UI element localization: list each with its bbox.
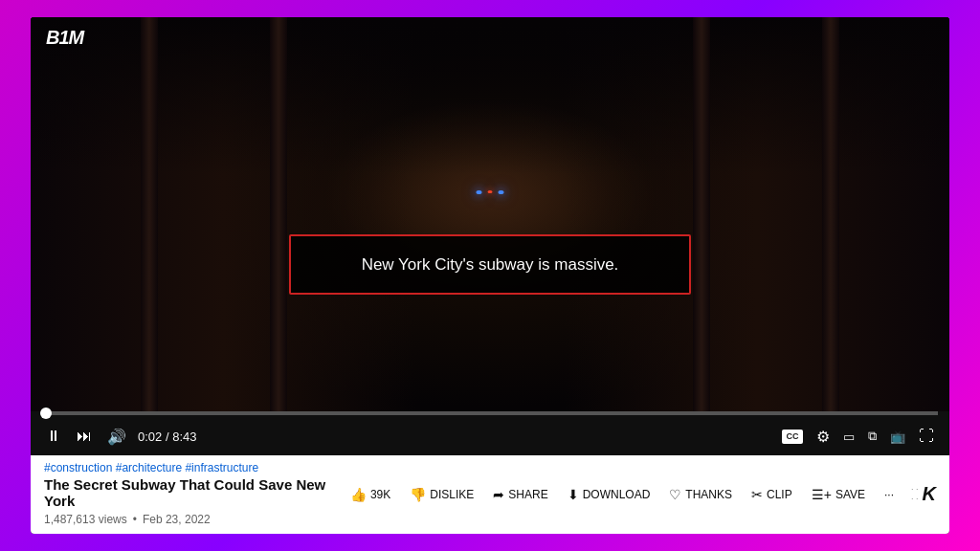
- video-title: The Secret Subway That Could Save New Yo…: [44, 476, 341, 509]
- share-label: SHARE: [508, 488, 547, 501]
- cc-icon: CC: [782, 430, 803, 444]
- upload-date: Feb 23, 2022: [143, 513, 211, 526]
- light-blue-right: [499, 190, 504, 194]
- more-icon: ···: [884, 488, 894, 501]
- light-red: [488, 190, 493, 193]
- pillar-3: [822, 17, 839, 411]
- save-button[interactable]: ☰+ SAVE: [802, 483, 875, 506]
- right-controls: CC ⚙ ▭ ⧉ 📺 ⛶: [778, 424, 938, 450]
- info-bar: #construction #architecture #infrastruct…: [31, 455, 949, 534]
- cast-icon: 📺: [890, 430, 905, 444]
- pillar-4: [693, 17, 710, 411]
- volume-icon: 🔊: [107, 428, 126, 446]
- like-icon: 👍: [350, 487, 367, 502]
- dislike-label: DISLIKE: [430, 488, 474, 501]
- fullscreen-button[interactable]: ⛶: [915, 424, 938, 449]
- video-player: B1M New York City's subway is massive. ⏸…: [31, 17, 949, 534]
- next-button[interactable]: ⏭: [73, 424, 96, 449]
- train-lights: [477, 190, 504, 194]
- k-logo: K: [923, 483, 936, 505]
- more-button[interactable]: ···: [875, 484, 903, 505]
- info-left: #construction #architecture #infrastruct…: [44, 461, 341, 526]
- thanks-icon: ♡: [669, 487, 681, 502]
- miniplayer-icon: ⧉: [868, 429, 877, 444]
- share-button[interactable]: ➦ SHARE: [483, 483, 557, 506]
- play-pause-button[interactable]: ⏸: [42, 424, 65, 449]
- dislike-icon: 👎: [410, 487, 426, 502]
- meta-sep: •: [133, 513, 137, 526]
- pause-icon: ⏸: [46, 428, 61, 445]
- like-button[interactable]: 👍 39K: [341, 483, 400, 506]
- clip-icon: ✂: [751, 487, 763, 502]
- next-icon: ⏭: [77, 428, 92, 445]
- save-label: SAVE: [835, 488, 865, 501]
- total-time: 8:43: [172, 430, 196, 444]
- time-display: 0:02 / 8:43: [138, 430, 196, 444]
- cc-button[interactable]: CC: [778, 426, 807, 448]
- download-label: DOWNLOAD: [583, 488, 651, 501]
- channel-logo: B1M: [46, 27, 83, 49]
- thanks-label: THANKS: [685, 488, 732, 501]
- video-frame[interactable]: B1M New York City's subway is massive.: [31, 17, 949, 411]
- theater-button[interactable]: ▭: [839, 426, 858, 448]
- settings-icon: ⚙: [816, 428, 830, 446]
- like-label: 39K: [370, 488, 390, 501]
- controls-row: ⏸ ⏭ 🔊 0:02 / 8:43 CC ⚙: [42, 417, 938, 455]
- current-time: 0:02: [138, 430, 162, 444]
- progress-dot: [40, 408, 52, 419]
- progress-bar[interactable]: [42, 411, 938, 415]
- clip-label: CLIP: [767, 488, 792, 501]
- thanks-button[interactable]: ♡ THANKS: [659, 483, 742, 506]
- download-button[interactable]: ⬇ DOWNLOAD: [558, 483, 660, 506]
- download-icon: ⬇: [568, 487, 579, 502]
- fullscreen-icon: ⛶: [919, 428, 934, 445]
- light-blue-left: [477, 190, 482, 194]
- pillar-1: [141, 17, 158, 411]
- hashtags[interactable]: #construction #architecture #infrastruct…: [44, 461, 341, 474]
- subtitle-box: New York City's subway is massive.: [289, 234, 691, 296]
- share-icon: ➦: [493, 487, 504, 502]
- theater-icon: ▭: [843, 430, 855, 444]
- miniplayer-button[interactable]: ⧉: [864, 425, 880, 448]
- dislike-button[interactable]: 👎 DISLIKE: [400, 483, 483, 506]
- tunnel-top: [31, 17, 949, 175]
- controls-bar: ⏸ ⏭ 🔊 0:02 / 8:43 CC ⚙: [31, 411, 949, 455]
- save-icon: ☰+: [812, 487, 832, 502]
- volume-button[interactable]: 🔊: [103, 424, 130, 450]
- subtitle-text: New York City's subway is massive.: [362, 255, 619, 274]
- cast-button[interactable]: 📺: [886, 426, 909, 448]
- pillar-2: [270, 17, 287, 411]
- dots-decoration: · ·· ·: [911, 484, 919, 503]
- action-bar: 👍 39K 👎 DISLIKE ➦ SHARE ⬇ DOWNLOAD ♡: [341, 479, 903, 508]
- info-bottom: #construction #architecture #infrastruct…: [44, 461, 936, 526]
- view-count: 1,487,613 views: [44, 513, 127, 526]
- settings-button[interactable]: ⚙: [813, 424, 834, 450]
- clip-button[interactable]: ✂ CLIP: [742, 483, 802, 506]
- k-logo-area: · ·· · K: [903, 483, 936, 505]
